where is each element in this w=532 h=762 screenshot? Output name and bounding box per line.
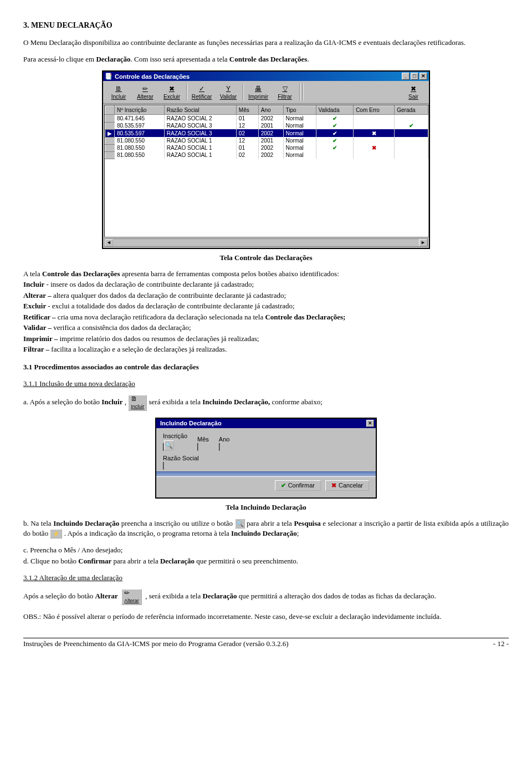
text: que permitirá o seu preenchimento. xyxy=(195,557,298,565)
column-header[interactable]: Razão Social xyxy=(164,106,236,115)
scroll-left-icon[interactable]: ◄ xyxy=(105,239,113,246)
text-bold: Incluindo Declaração, xyxy=(202,398,270,406)
sair-icon: ✖ xyxy=(408,84,418,93)
term: Imprimir – xyxy=(23,334,58,343)
search-icon[interactable]: 🔍 xyxy=(164,440,174,450)
cell: Normal xyxy=(283,122,316,129)
field-label: Razão Social xyxy=(163,455,369,461)
table-row[interactable]: ▶80.535.597RAZAO SOCIAL 3022002Normal✔✖ xyxy=(105,129,428,137)
close-button[interactable]: ✕ xyxy=(420,73,427,80)
text-bold: Controle das Declarações xyxy=(42,270,120,278)
check-icon: ✔ xyxy=(316,137,354,144)
validar-button[interactable]: YValidar xyxy=(215,82,242,102)
list-item: Incluir - insere os dados da declaração … xyxy=(23,280,509,289)
row-indicator xyxy=(105,115,115,123)
text: . Com isso será apresentada a tela xyxy=(130,55,229,63)
column-header[interactable]: Validada xyxy=(316,106,354,115)
minimize-button[interactable]: _ xyxy=(402,73,410,80)
lightning-icon[interactable]: ⚡ xyxy=(50,529,62,539)
term: Alterar – xyxy=(23,291,52,299)
incluir-toolbar-icon[interactable]: 🗎Incluir xyxy=(128,395,147,411)
incluir-button[interactable]: 🗎Incluir xyxy=(105,82,132,102)
cell: 02 xyxy=(236,129,258,137)
cell: 02 xyxy=(236,151,258,159)
scroll-right-icon[interactable]: ► xyxy=(419,239,427,246)
toolbar-label: Filtrar xyxy=(278,94,292,100)
cell: Normal xyxy=(283,137,316,144)
cell: RAZAO SOCIAL 2 xyxy=(164,115,236,123)
filtrar-button[interactable]: ▽Filtrar xyxy=(272,82,298,102)
inscricao-field: Inscrição 🔍 xyxy=(163,433,187,450)
definition: imprime relatório dos dados ou resumos d… xyxy=(58,334,259,343)
step-c: c. Preencha o Mês / Ano desejado; xyxy=(23,545,509,555)
definition: verifica a consistência dos dados da dec… xyxy=(52,323,191,332)
table-row[interactable]: 80.535.597RAZAO SOCIAL 3122001Normal✔✔ xyxy=(105,122,428,129)
toolbar-label: Excluir xyxy=(163,94,180,100)
table-row[interactable]: 81.080.550RAZAO SOCIAL 1012002Normal✔✖ xyxy=(105,144,428,151)
horizontal-scrollbar[interactable]: ◄ ► xyxy=(104,238,428,247)
footer-page: - 12 - xyxy=(493,639,509,648)
text: Após a seleção do botão xyxy=(23,592,95,600)
cell: RAZAO SOCIAL 3 xyxy=(164,122,236,129)
cancelar-button[interactable]: ✖Cancelar xyxy=(325,480,369,491)
icon-label: Alterar xyxy=(124,597,139,604)
text: . xyxy=(307,55,309,63)
cell: RAZAO SOCIAL 1 xyxy=(164,137,236,144)
cell: Normal xyxy=(283,115,316,123)
confirmar-button[interactable]: ✔Confirmar xyxy=(275,480,321,491)
close-button[interactable]: ✕ xyxy=(366,420,374,427)
scroll-track[interactable] xyxy=(113,239,419,246)
list-item: Validar – verifica a consistência dos da… xyxy=(23,323,509,333)
cell: 80.535.597 xyxy=(115,122,165,129)
figure-caption: Tela Incluindo Declaração xyxy=(23,503,509,512)
column-header[interactable]: Com Erro xyxy=(354,106,395,115)
text: para abrir a tela xyxy=(111,557,160,565)
alterar-toolbar-icon[interactable]: ✏Alterar xyxy=(121,589,142,605)
text-bold: Confirmar xyxy=(78,557,111,565)
alterar-button[interactable]: ✏Alterar xyxy=(132,82,158,102)
incluir-icon: 🗎 xyxy=(114,84,124,93)
imprimir-button[interactable]: 🖶Imprimir xyxy=(245,82,272,102)
ano-input[interactable] xyxy=(219,443,220,451)
subsubsection-heading: 3.1.2 Alteração de uma declaração xyxy=(23,573,122,582)
term: Retificar – xyxy=(23,313,56,321)
retificar-button[interactable]: ✓Retificar xyxy=(188,82,215,102)
edit-icon: ✏ xyxy=(124,589,130,597)
definition: - insere os dados da declaração de contr… xyxy=(44,280,254,288)
toolbar-label: Retificar xyxy=(192,94,212,100)
definition: altera qualquer dos dados da declaração … xyxy=(52,291,286,299)
column-header[interactable]: Mês xyxy=(236,106,258,115)
excluir-icon: ✖ xyxy=(167,84,177,93)
column-header[interactable]: Nº Inscrição xyxy=(115,106,165,115)
cell: RAZAO SOCIAL 3 xyxy=(164,129,236,137)
document-icon: 🗎 xyxy=(131,395,137,403)
figure-caption: Tela Controle das Declarações xyxy=(23,253,509,262)
text-bold: Declaração xyxy=(160,557,195,565)
check-icon: ✔ xyxy=(316,144,354,151)
cell: 80.471.645 xyxy=(115,115,165,123)
column-header[interactable]: Ano xyxy=(258,106,283,115)
table-row[interactable]: 81.080.550RAZAO SOCIAL 1122001Normal✔ xyxy=(105,137,428,144)
row-indicator xyxy=(105,151,115,159)
maximize-button[interactable]: □ xyxy=(411,73,418,80)
search-icon[interactable]: 🔍 xyxy=(235,519,245,529)
mes-input[interactable] xyxy=(197,443,198,451)
text: , será exibida a tela xyxy=(145,592,202,600)
toolbar-label: Sair xyxy=(408,94,418,100)
razao-social-field: Razão Social xyxy=(163,455,369,469)
sair-button[interactable]: ✖Sair xyxy=(400,82,427,102)
column-header[interactable]: Tipo xyxy=(283,106,316,115)
text-bold: Incluindo Declaração xyxy=(231,529,297,537)
excluir-button[interactable]: ✖Excluir xyxy=(158,82,185,102)
cell: 12 xyxy=(236,137,258,144)
error-icon: ✖ xyxy=(354,144,395,151)
cell: 81.080.550 xyxy=(115,144,165,151)
table-row[interactable]: 80.471.645RAZAO SOCIAL 2012002Normal✔ xyxy=(105,115,428,123)
table-row[interactable]: 81.080.550RAZAO SOCIAL 1022002Normal xyxy=(105,151,428,159)
cell: 2002 xyxy=(258,144,283,151)
row-indicator xyxy=(105,137,115,144)
column-header[interactable]: Gerada xyxy=(395,106,428,115)
declaracoes-grid[interactable]: Nº InscriçãoRazão SocialMêsAnoTipoValida… xyxy=(104,105,429,237)
razao-social-input[interactable] xyxy=(163,462,164,470)
step-a: a. Após a seleção do botão Incluir , 🗎In… xyxy=(23,395,509,411)
